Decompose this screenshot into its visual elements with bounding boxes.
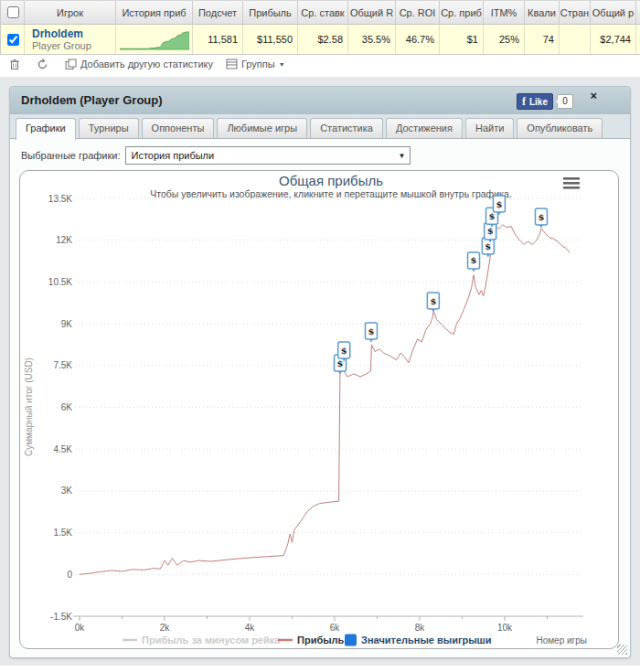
svg-text:10.5K: 10.5K <box>48 277 72 287</box>
stat-value-cell: $11,550 <box>243 25 298 54</box>
refresh-button[interactable] <box>37 59 52 70</box>
legend-item-significant-wins[interactable]: Значительные выигрыши <box>345 635 492 646</box>
tab-опубликовать[interactable]: Опубликовать <box>517 118 603 138</box>
column-header: История приб <box>116 1 193 24</box>
row-checkbox-cell <box>1 25 25 54</box>
tab-оппоненты[interactable]: Оппоненты <box>142 118 215 138</box>
tab-графики[interactable]: Графики <box>16 118 76 140</box>
win-marker[interactable]: $ <box>485 223 496 243</box>
stats-table: ИгрокИстория прибПодсчетПрибыльСр. ставк… <box>0 0 640 55</box>
svg-text:0k: 0k <box>75 623 86 633</box>
trailing-link-cell: у <box>636 25 640 54</box>
tab-найти[interactable]: Найти <box>465 118 514 138</box>
svg-text:$: $ <box>430 296 436 306</box>
groups-icon <box>226 59 238 69</box>
column-header: Подсчет <box>193 1 243 24</box>
svg-text:13.5K: 13.5K <box>48 194 72 204</box>
profit-line-series <box>80 225 570 574</box>
stat-value-cell: 46.7% <box>396 25 440 54</box>
svg-text:2k: 2k <box>160 623 171 633</box>
svg-text:$: $ <box>337 358 344 368</box>
stat-value-cell: 11,581 <box>193 25 243 54</box>
column-header: Общий р <box>591 1 636 24</box>
x-axis-title: Номер игры <box>536 635 587 645</box>
legend-item-profit[interactable]: Прибыль <box>278 635 345 645</box>
svg-text:12K: 12K <box>56 235 72 245</box>
chart-legend: Прибыль за минусом рейкаПрибыльЗначитель… <box>123 635 492 646</box>
tab-любимые игры[interactable]: Любимые игры <box>217 118 307 138</box>
legend-item-profit-minus-rake[interactable]: Прибыль за минусом рейка <box>123 635 281 645</box>
svg-text:6k: 6k <box>330 623 341 633</box>
column-header: ITM% <box>484 1 525 24</box>
stat-value-cell: 35.5% <box>348 25 396 54</box>
player-name-link[interactable]: Drholdem <box>32 27 83 40</box>
panel-body: Выбранные графики: История прибыли ▼ Общ… <box>10 138 630 657</box>
svg-text:4.5K: 4.5K <box>53 444 72 454</box>
add-statistic-label: Добавить другую статистику <box>80 59 213 69</box>
column-header: Ср. ROI <box>396 1 440 24</box>
svg-text:10k: 10k <box>497 623 513 633</box>
graph-select-dropdown[interactable]: История прибыли ▼ <box>125 146 411 165</box>
tab-турниры[interactable]: Турниры <box>79 118 139 138</box>
svg-text:-1.5K: -1.5K <box>50 612 72 622</box>
svg-text:6K: 6K <box>61 402 73 412</box>
player-type-label: Player Group <box>32 40 91 52</box>
delete-button[interactable] <box>9 59 24 70</box>
svg-text:7.5K: 7.5K <box>53 360 72 370</box>
table-row: DrholdemPlayer Group11,581$11,550$2.5835… <box>0 25 640 55</box>
sparkline-chart <box>120 28 189 50</box>
stat-value-cell: $1 <box>440 25 484 54</box>
win-marker[interactable]: $ <box>535 208 547 229</box>
win-marker[interactable]: $ <box>427 293 439 313</box>
tab-статистика[interactable]: Статистика <box>310 118 383 138</box>
facebook-icon: f <box>522 95 526 109</box>
stat-value-cell: $2,744 <box>591 25 636 54</box>
svg-text:4k: 4k <box>245 623 256 633</box>
row-checkbox[interactable] <box>7 34 19 46</box>
close-icon[interactable]: × <box>590 90 597 101</box>
panel-header: Drholdem (Player Group) f Like 0 × <box>10 87 630 114</box>
svg-text:8k: 8k <box>415 623 426 633</box>
column-header: Ср. приб <box>440 1 484 24</box>
svg-text:$: $ <box>496 199 502 209</box>
groups-button[interactable]: Группы ▼ <box>226 59 285 69</box>
copy-plus-icon <box>65 59 77 70</box>
win-marker[interactable]: $ <box>365 323 377 343</box>
svg-text:Значительные выигрыши: Значительные выигрыши <box>361 635 492 645</box>
significant-win-markers[interactable]: $$$$$$$$$$ <box>335 196 548 374</box>
svg-text:1.5K: 1.5K <box>53 528 72 538</box>
profit-chart[interactable]: Общая прибыль Чтобы увеличить изображени… <box>19 170 619 649</box>
graph-select-value: История прибыли <box>131 150 214 161</box>
svg-text:$: $ <box>341 346 347 356</box>
svg-text:Прибыль: Прибыль <box>297 635 345 645</box>
column-header: Ср. ставк <box>298 1 348 24</box>
add-statistic-button[interactable]: Добавить другую статистику <box>65 59 213 70</box>
chart-subtitle: Чтобы увеличить изображение, кликните и … <box>150 188 511 199</box>
win-marker[interactable]: $ <box>482 238 494 258</box>
resize-handle[interactable] <box>617 645 627 655</box>
svg-text:$: $ <box>471 255 477 265</box>
hamburger-menu-icon[interactable] <box>563 177 580 189</box>
stat-value-cell <box>560 25 591 54</box>
select-all-checkbox[interactable] <box>7 6 19 18</box>
svg-text:$: $ <box>487 226 494 236</box>
y-axis-title: Суммарный итог (USD) <box>24 357 34 456</box>
column-header: Квали <box>525 1 560 24</box>
like-label: Like <box>529 97 548 107</box>
chart-gridlines <box>75 198 583 574</box>
chevron-down-icon: ▼ <box>399 152 406 160</box>
facebook-like-button[interactable]: f Like <box>517 93 553 110</box>
svg-text:$: $ <box>368 326 374 336</box>
tab-достижения[interactable]: Достижения <box>386 118 463 138</box>
win-marker[interactable]: $ <box>468 252 480 272</box>
like-count-badge: 0 <box>557 94 573 109</box>
win-marker[interactable]: $ <box>338 342 350 362</box>
player-group-panel: Drholdem (Player Group) f Like 0 × Графи… <box>9 86 631 658</box>
svg-text:$: $ <box>538 212 544 222</box>
svg-text:9K: 9K <box>61 319 73 329</box>
groups-label: Группы <box>241 59 275 69</box>
profit-sparkline-cell <box>116 25 193 54</box>
refresh-icon <box>37 59 48 70</box>
header-checkbox-cell <box>1 1 25 24</box>
win-marker[interactable]: $ <box>493 196 505 216</box>
